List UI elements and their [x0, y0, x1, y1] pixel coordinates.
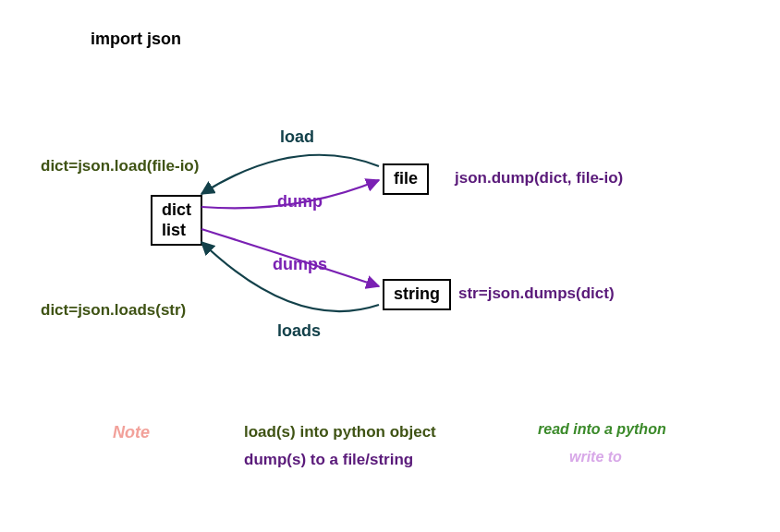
note-dump: dump(s) to a file/string [244, 451, 413, 469]
note-write: write to [569, 449, 622, 466]
arrow-label-load: load [280, 127, 314, 147]
arrow-loads [201, 242, 379, 311]
arrow-label-dumps: dumps [273, 255, 327, 274]
arrow-label-dump: dump [277, 192, 323, 212]
box-dict-list: dict list [151, 195, 202, 246]
box-string: string [383, 279, 451, 310]
note-read: read into a python [538, 421, 666, 438]
code-dumps-right: str=json.dumps(dict) [458, 284, 615, 303]
note-heading: Note [113, 423, 150, 442]
arrow-load [201, 155, 379, 194]
box-file: file [383, 163, 429, 195]
code-loads-left: dict=json.loads(str) [41, 301, 186, 320]
arrow-label-loads: loads [277, 321, 321, 341]
code-load-left: dict=json.load(file-io) [41, 157, 199, 175]
code-dump-right: json.dump(dict, file-io) [455, 169, 623, 187]
note-load: load(s) into python object [244, 423, 436, 441]
import-statement: import json [91, 30, 181, 49]
